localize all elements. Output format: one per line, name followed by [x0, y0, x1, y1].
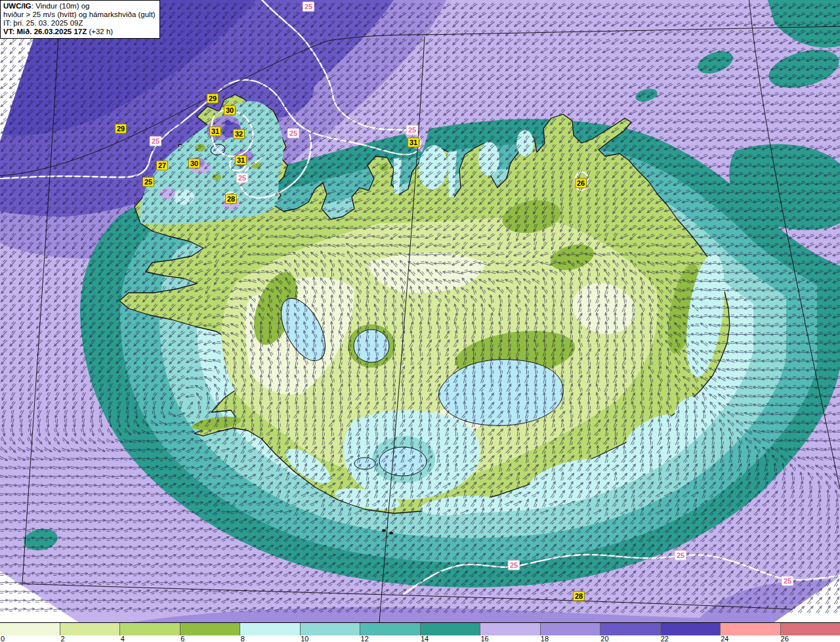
- max-gust-value-label: 29: [115, 124, 127, 134]
- colorbar-block-0: [0, 623, 60, 635]
- colorbar-block-2: [60, 623, 121, 635]
- map-title-box: UWC/IG: Vindur (10m) og hviður > 25 m/s …: [0, 0, 160, 39]
- colorbar-block-18: [541, 623, 601, 635]
- gust-contour-25-label: 25: [508, 561, 520, 570]
- colorbar-tick-12: 12: [361, 635, 369, 642]
- colorbar-block-6: [180, 623, 241, 635]
- title-line-3: IT: þri. 25. 03. 2025 09Z: [3, 19, 156, 28]
- colorbar-tick-0: 0: [1, 635, 5, 642]
- colorbar-blocks: [0, 622, 840, 635]
- colorbar-tick-2: 2: [60, 635, 64, 642]
- colorbar-tick-8: 8: [241, 635, 245, 642]
- wind-speed-colorbar: 02468101214161820222426: [0, 622, 840, 642]
- colorbar-block-20: [600, 623, 661, 635]
- max-gust-value-label: 30: [224, 106, 236, 116]
- weather-map-page: UWC/IG: Vindur (10m) og hviður > 25 m/s …: [0, 0, 840, 642]
- max-gust-value-label: 31: [209, 127, 221, 137]
- colorbar-block-12: [360, 623, 421, 635]
- title-line-2: hviður > 25 m/s (hvítt) og hámarkshviða …: [3, 11, 156, 19]
- gust-contour-25-label: 25: [406, 125, 418, 135]
- colorbar-block-22: [661, 623, 721, 635]
- gust-contour-25-label: 25: [303, 2, 314, 12]
- max-gust-value-label: 29: [207, 94, 219, 104]
- gust-contour-25-label: 25: [236, 173, 248, 183]
- title-line-1: UWC/IG: Vindur (10m) og: [3, 2, 156, 11]
- colorbar-tick-14: 14: [421, 635, 429, 642]
- colorbar-block-24: [721, 623, 781, 635]
- max-gust-value-label: 28: [225, 194, 237, 204]
- colorbar-tick-18: 18: [541, 635, 549, 642]
- max-gust-value-label: 31: [408, 138, 419, 148]
- max-gust-value-label: 26: [575, 179, 587, 188]
- colorbar-block-14: [421, 623, 481, 635]
- wind-gust-map: [0, 0, 840, 622]
- colorbar-block-26: [781, 623, 840, 635]
- colorbar-tick-24: 24: [721, 635, 728, 642]
- title-line-4: VT: Mið. 26.03.2025 17Z (+32 h): [3, 28, 156, 36]
- colorbar-block-16: [480, 623, 541, 635]
- colorbar-block-8: [240, 623, 301, 635]
- colorbar-tick-16: 16: [480, 635, 488, 642]
- colorbar-tick-10: 10: [301, 635, 308, 642]
- colorbar-tick-20: 20: [600, 635, 608, 642]
- gust-contour-25-label: 25: [287, 129, 299, 139]
- colorbar-tick-22: 22: [661, 635, 669, 642]
- colorbar-block-4: [120, 623, 180, 635]
- gust-contour-25-label: 25: [675, 551, 686, 561]
- max-gust-value-label: 28: [573, 591, 585, 601]
- max-gust-value-label: 32: [233, 129, 245, 139]
- max-gust-value-label: 25: [142, 177, 154, 187]
- max-gust-value-label: 30: [188, 159, 200, 169]
- gust-contour-25-label: 25: [150, 137, 161, 146]
- gust-contour-25-label: 25: [782, 576, 793, 586]
- colorbar-block-10: [301, 623, 361, 635]
- colorbar-tick-labels: 02468101214161820222426: [0, 635, 840, 642]
- max-gust-value-label: 31: [235, 156, 247, 165]
- colorbar-tick-4: 4: [121, 635, 125, 642]
- max-gust-value-label: 27: [156, 161, 168, 171]
- colorbar-tick-26: 26: [781, 635, 789, 642]
- colorbar-tick-6: 6: [180, 635, 184, 642]
